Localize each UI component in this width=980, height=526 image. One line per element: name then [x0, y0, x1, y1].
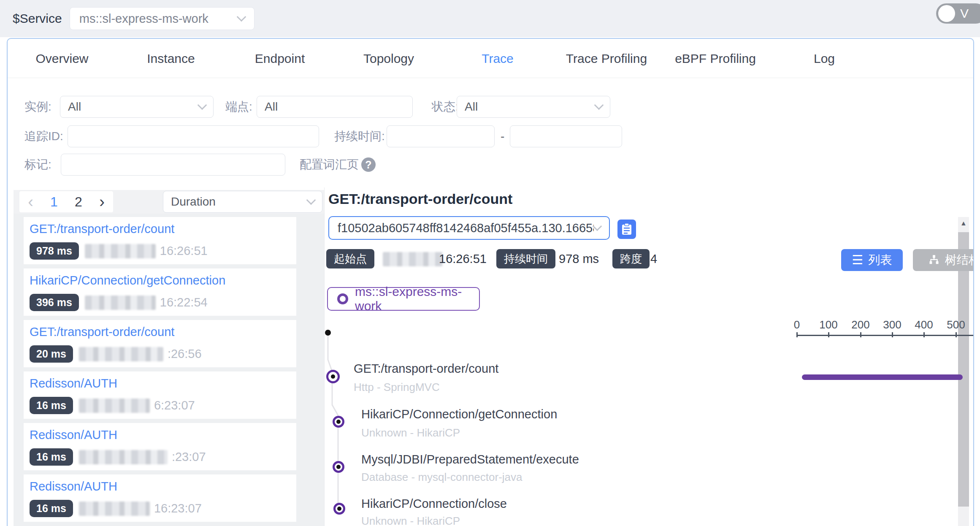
span-name[interactable]: GET:/transport-order/count	[354, 362, 498, 376]
prev-page-button[interactable]: ‹	[28, 193, 33, 210]
redacted-date	[85, 244, 156, 258]
service-select-value: ms::sl-express-ms-work	[79, 12, 238, 26]
duration-badge: 396 ms	[30, 294, 79, 311]
toggle-label: V	[960, 6, 969, 21]
clipboard-icon	[621, 223, 632, 236]
trace-endpoint-link[interactable]: Redisson/AUTH	[30, 377, 117, 390]
duration-filter-label: 持续时间:	[334, 125, 385, 147]
trace-endpoint-link[interactable]: Redisson/AUTH	[30, 480, 117, 493]
tab-trace-profiling[interactable]: Trace Profiling	[552, 39, 661, 78]
sort-select[interactable]: Duration	[163, 191, 322, 213]
trace-start-time: :26:56	[168, 347, 202, 361]
top-service-bar: $Service ms::sl-express-ms-work V	[0, 0, 980, 37]
duration-badge: 20 ms	[30, 345, 73, 363]
span-node-icon[interactable]	[333, 416, 344, 428]
trace-list: GET:/transport-order/count 978 ms 16:26:…	[14, 214, 324, 526]
list-icon: ☰	[852, 254, 864, 266]
span-count-value: 4	[650, 249, 657, 268]
chevron-down-icon	[594, 100, 604, 110]
help-icon[interactable]: ?	[361, 157, 376, 172]
trace-endpoint-link[interactable]: GET:/transport-order/count	[30, 325, 174, 339]
trace-endpoint-link[interactable]: HikariCP/Connection/getConnection	[30, 274, 225, 287]
list-view-label: 列表	[868, 252, 892, 268]
span-node-icon[interactable]	[333, 461, 344, 473]
tree-view-label: 树结构	[945, 252, 974, 268]
trace-list-item[interactable]: GET:/transport-order/count 20 ms :26:56	[24, 320, 296, 367]
tag-filter-input[interactable]	[61, 154, 285, 176]
tab-ebpf-profiling[interactable]: eBPF Profiling	[661, 39, 770, 78]
status-filter-value: All	[465, 100, 596, 114]
trace-start-time: 16:23:07	[154, 502, 202, 515]
version-toggle[interactable]: V	[936, 3, 980, 24]
tab-trace[interactable]: Trace	[443, 39, 552, 78]
duration-badge: 16 ms	[30, 500, 73, 517]
trace-list-item[interactable]: Redisson/AUTH 16 ms 16:23:07	[24, 474, 296, 522]
redacted-date	[79, 450, 168, 464]
duration-label-badge: 持续时间	[496, 249, 555, 268]
redacted-date	[79, 347, 163, 361]
chevron-down-icon	[593, 222, 602, 231]
duration-badge: 978 ms	[30, 242, 79, 260]
duration-value: 978 ms	[559, 249, 599, 268]
tab-endpoint[interactable]: Endpoint	[225, 39, 334, 78]
trace-id-select[interactable]: f10502ab605748ff8142468af05f455a.130.166…	[328, 216, 610, 240]
instance-filter-label: 实例:	[24, 96, 51, 118]
tab-instance[interactable]: Instance	[116, 39, 225, 78]
config-vocabulary-link[interactable]: 配置词汇页	[300, 154, 359, 176]
span-name[interactable]: Mysql/JDBI/PreparedStatement/execute	[361, 453, 579, 466]
redacted-date	[85, 296, 156, 310]
trace-list-item[interactable]: HikariCP/Connection/getConnection 396 ms…	[24, 268, 296, 316]
page-1-button[interactable]: 1	[50, 194, 58, 210]
trace-start-time: 6:23:07	[154, 399, 195, 412]
instance-filter-select[interactable]: All	[60, 96, 214, 118]
service-chip-label: ms::sl-express-ms-work	[355, 285, 479, 313]
service-select[interactable]: ms::sl-express-ms-work	[70, 7, 254, 30]
trace-start-time: 16:22:54	[160, 296, 208, 309]
start-point-badge: 起始点	[326, 249, 374, 268]
tag-filter-label: 标记:	[24, 154, 51, 176]
trace-list-item[interactable]: GET:/transport-order/count 978 ms 16:26:…	[24, 217, 296, 264]
service-chip[interactable]: ms::sl-express-ms-work	[327, 287, 480, 311]
trace-id-filter-label: 追踪ID:	[24, 125, 63, 147]
trace-endpoint-link[interactable]: Redisson/AUTH	[30, 428, 117, 442]
main-panel: Overview Instance Endpoint Topology Trac…	[7, 38, 974, 526]
copy-trace-id-button[interactable]	[617, 220, 636, 239]
trace-endpoint-link[interactable]: GET:/transport-order/count	[30, 222, 174, 236]
tab-overview[interactable]: Overview	[8, 39, 116, 78]
tree-view-button[interactable]: 树结构	[913, 249, 974, 271]
next-page-button[interactable]: ›	[99, 193, 105, 210]
trace-start-time: :23:07	[172, 450, 206, 464]
span-component: Unknown - HikariCP	[361, 515, 460, 526]
service-ring-icon	[337, 293, 348, 304]
tab-log[interactable]: Log	[770, 39, 879, 78]
span-name[interactable]: HikariCP/Connection/close	[361, 497, 507, 511]
span-name[interactable]: HikariCP/Connection/getConnection	[361, 407, 557, 421]
trace-start-time: 16:26:51	[160, 244, 208, 258]
trace-id-filter-input[interactable]	[68, 125, 319, 147]
trace-list-item[interactable]: Redisson/AUTH 16 ms :23:07	[24, 423, 296, 470]
sort-select-value: Duration	[171, 195, 308, 209]
tree-structure-icon	[928, 254, 940, 266]
chevron-down-icon	[198, 100, 207, 110]
list-view-button[interactable]: ☰ 列表	[841, 249, 903, 271]
span-duration-bar[interactable]	[802, 374, 963, 380]
timeline-ruler	[797, 335, 974, 336]
endpoint-filter-input[interactable]: All	[257, 96, 413, 118]
trace-detail-pane: GET:/transport-order/count f10502ab60574…	[324, 187, 974, 526]
chevron-down-icon	[236, 12, 246, 22]
endpoint-filter-value: All	[265, 100, 405, 114]
pagination: ‹ 1 2 ›	[19, 191, 113, 212]
instance-filter-value: All	[68, 100, 199, 114]
duration-range-separator: -	[501, 125, 504, 147]
span-node-icon[interactable]	[326, 370, 340, 383]
trace-root-dot	[325, 330, 331, 336]
page-2-button[interactable]: 2	[75, 194, 82, 210]
duration-max-input[interactable]	[510, 125, 622, 147]
span-node-icon[interactable]	[333, 503, 345, 515]
chevron-down-icon	[306, 195, 316, 205]
status-filter-select[interactable]: All	[457, 96, 610, 118]
tab-topology[interactable]: Topology	[334, 39, 443, 78]
trace-list-item[interactable]: Redisson/AUTH 16 ms 6:23:07	[24, 371, 296, 419]
duration-min-input[interactable]	[387, 125, 495, 147]
service-label: $Service	[13, 11, 62, 26]
